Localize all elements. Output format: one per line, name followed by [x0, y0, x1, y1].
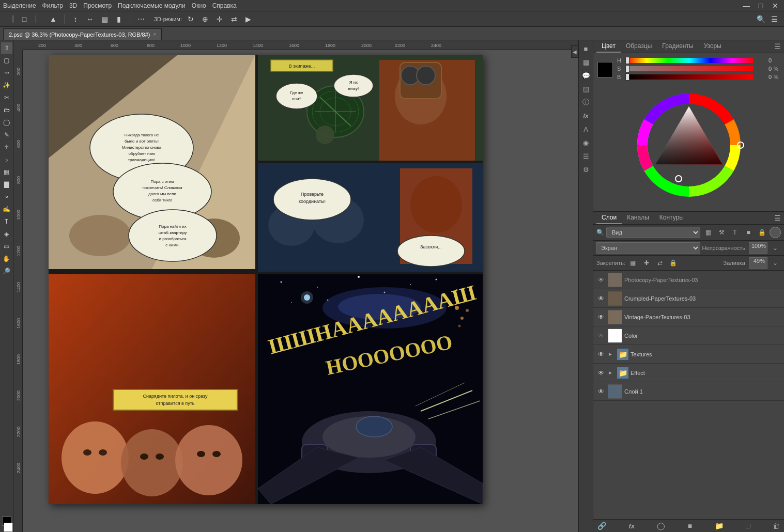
menu-help[interactable]: Справка: [212, 2, 237, 9]
color-swatch-preview[interactable]: [597, 62, 613, 77]
tool-align-left[interactable]: ⎹: [4, 13, 16, 25]
tool-3d-1[interactable]: ⊕: [199, 13, 211, 25]
tool-eraser[interactable]: ▦: [1, 166, 12, 178]
tab-channels[interactable]: Каналы: [622, 212, 654, 224]
tool-align-center-h[interactable]: □: [19, 13, 30, 25]
icon-info[interactable]: ⓘ: [580, 96, 592, 108]
tool-path[interactable]: ◈: [1, 228, 12, 240]
doc-tab[interactable]: 2.psd @ 36,3% (Photocopy-PaperTextures-0…: [3, 28, 162, 40]
tool-align-right[interactable]: ⎸: [33, 13, 44, 25]
layer-item-textures[interactable]: 👁 ► 📁 Textures: [593, 345, 784, 364]
menu-3d[interactable]: 3D: [69, 2, 77, 9]
tab-patterns[interactable]: Узоры: [699, 40, 727, 53]
tool-shape[interactable]: ▭: [1, 241, 12, 252]
layer-vis-photocopy[interactable]: 👁: [596, 275, 606, 285]
tool-3d-2[interactable]: ✛: [214, 13, 225, 25]
add-style-btn[interactable]: fx: [628, 522, 635, 530]
tool-heal[interactable]: ◯: [1, 117, 12, 128]
layers-panel-menu-btn[interactable]: ☰: [774, 214, 781, 222]
tool-align-vert[interactable]: ↕: [70, 13, 81, 25]
menu-plugins[interactable]: Подключаемые модули: [118, 2, 186, 9]
s-slider-track[interactable]: [625, 66, 753, 71]
tab-close-btn[interactable]: ×: [153, 32, 156, 37]
tool-hand[interactable]: ✋: [1, 253, 12, 264]
layer-item-layer1[interactable]: 👁 Слой 1: [593, 382, 784, 401]
layer-item-crumpled[interactable]: 👁 Crumpled-PaperTextures-03: [593, 289, 784, 308]
layer-expand-textures[interactable]: ►: [608, 351, 615, 357]
h-slider-track[interactable]: [625, 58, 753, 63]
fill-value[interactable]: 49%: [749, 257, 767, 269]
close-btn[interactable]: ✕: [770, 0, 781, 11]
lock-position-btn[interactable]: ✚: [641, 257, 652, 269]
layer-item-color[interactable]: 👁 Color: [593, 326, 784, 345]
menu-prosmotr[interactable]: Просмотр: [83, 2, 112, 9]
layer-item-photocopy[interactable]: 👁 Photocopy-PaperTextures-03: [593, 271, 784, 289]
tool-gradient[interactable]: ▇: [1, 179, 12, 190]
tool-wand[interactable]: ✨: [1, 80, 12, 91]
fill-chevron[interactable]: ⌄: [770, 257, 781, 269]
layer-vis-layer1[interactable]: 👁: [596, 387, 606, 396]
tool-eyedropper[interactable]: 🗁: [1, 104, 12, 116]
layer-filter-icon4[interactable]: ■: [743, 227, 754, 238]
tool-3d-3[interactable]: ⇄: [228, 13, 240, 25]
layer-filter-icon2[interactable]: ⚒: [716, 227, 727, 238]
layer-item-effect[interactable]: 👁 ► 📁 Effect: [593, 364, 784, 382]
layer-vis-color[interactable]: 👁: [596, 331, 606, 340]
tool-zoom[interactable]: 🔎: [1, 265, 12, 277]
lock-artboard-btn[interactable]: ⇄: [654, 257, 666, 269]
layer-vis-crumpled[interactable]: 👁: [596, 294, 606, 303]
opacity-value[interactable]: 100%: [749, 242, 767, 254]
tool-brush[interactable]: ✎: [1, 129, 12, 140]
menu-vydelenie[interactable]: Выделение: [3, 2, 36, 9]
icon-fx[interactable]: fx: [580, 109, 592, 122]
layer-filter-icon1[interactable]: ▦: [702, 227, 714, 238]
add-mask-btn[interactable]: ◯: [657, 522, 665, 530]
tool-background-color[interactable]: [4, 523, 13, 532]
collapse-right-btn[interactable]: ◀: [571, 45, 578, 58]
tool-align-top[interactable]: ▲: [48, 13, 59, 25]
layer-filter-toggle[interactable]: [770, 227, 781, 238]
icon-chart[interactable]: ▤: [580, 83, 592, 95]
tool-chart[interactable]: ▤: [99, 13, 110, 25]
delete-layer-btn[interactable]: 🗑: [773, 522, 780, 530]
b-slider-thumb[interactable]: [625, 73, 629, 81]
maximize-btn[interactable]: □: [755, 0, 766, 11]
toolbar-options-icon[interactable]: ☰: [768, 13, 780, 25]
tab-paths[interactable]: Контуры: [654, 212, 689, 224]
color-wheel[interactable]: [632, 88, 746, 202]
layer-vis-effect[interactable]: 👁: [596, 368, 606, 378]
menu-filtr[interactable]: Фильтр: [42, 2, 63, 9]
tab-layers[interactable]: Слои: [596, 212, 622, 224]
layer-vis-textures[interactable]: 👁: [596, 350, 606, 359]
tool-clone[interactable]: ♱: [1, 142, 12, 153]
layer-filter-icon5[interactable]: 🔒: [756, 227, 767, 238]
tool-camera[interactable]: ▶: [243, 13, 254, 25]
tool-lasso[interactable]: ⤞: [1, 67, 12, 79]
tool-bar[interactable]: ▮: [113, 13, 125, 25]
tool-move[interactable]: ⇧: [1, 42, 12, 54]
tool-more[interactable]: ⋯: [135, 13, 147, 25]
add-group-btn[interactable]: 📁: [715, 522, 724, 530]
layer-vis-vintage[interactable]: 👁: [596, 312, 606, 322]
link-layers-btn[interactable]: 🔗: [597, 522, 606, 530]
minimize-btn[interactable]: —: [741, 0, 752, 11]
add-adjustment-btn[interactable]: ■: [688, 522, 692, 530]
menu-okno[interactable]: Окно: [192, 2, 206, 9]
canvas-area[interactable]: 200 400 600 800 1000 1200 1400 1600 1800…: [13, 40, 578, 532]
tool-align-horiz[interactable]: ↔: [84, 13, 96, 25]
tool-select[interactable]: ▢: [1, 55, 12, 66]
icon-settings[interactable]: ⚙: [580, 163, 592, 176]
canvas-content[interactable]: Никогда такого не было и вот опять! Мини…: [23, 50, 578, 532]
layer-item-vintage[interactable]: 👁 Vintage-PaperTextures-03: [593, 308, 784, 326]
lock-pixel-btn[interactable]: ▦: [627, 257, 639, 269]
tool-pen[interactable]: ✍: [1, 204, 12, 215]
tool-rotate[interactable]: ↻: [185, 13, 196, 25]
toolbar-search-icon[interactable]: 🔍: [755, 13, 766, 25]
tool-crop[interactable]: ✂: [1, 92, 12, 103]
tab-color[interactable]: Цвет: [596, 40, 621, 53]
icon-gradient-tool[interactable]: ▦: [580, 56, 592, 68]
tool-dodge[interactable]: ⚬: [1, 191, 12, 202]
icon-type[interactable]: A: [580, 123, 592, 135]
icon-color-picker[interactable]: ■: [580, 42, 592, 55]
layer-filter-icon3[interactable]: T: [729, 227, 741, 238]
